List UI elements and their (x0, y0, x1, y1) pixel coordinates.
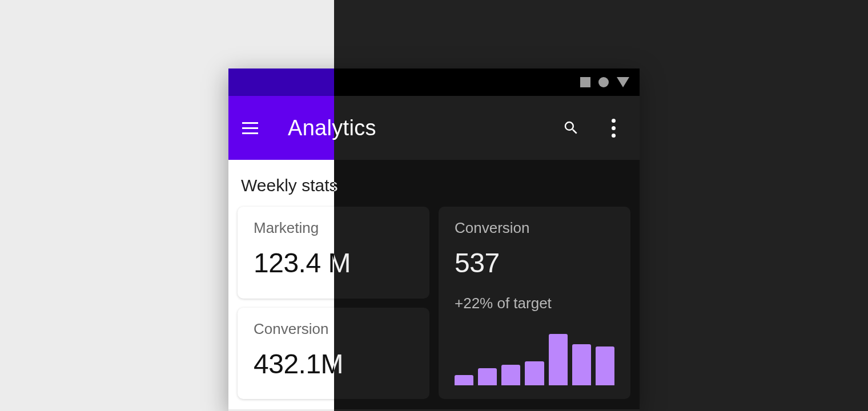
chart-bar (596, 346, 614, 385)
card-label: Conversion (254, 320, 334, 338)
card-conversion[interactable]: Conversion 432.1M (238, 308, 334, 400)
card-label: Conversion (334, 320, 413, 338)
card-label: Marketing (334, 219, 413, 237)
content-area: Weekly stats Marketing 123.4 M Conversio… (228, 160, 334, 409)
card-value: 432.1M (254, 348, 334, 380)
card-marketing[interactable]: Marketing 123.4 M (334, 207, 429, 299)
search-icon[interactable] (560, 116, 582, 139)
card-subtext: +22% of target (455, 295, 614, 312)
overflow-menu-icon[interactable] (602, 116, 625, 139)
chart-bar (549, 334, 568, 385)
app-bar: Analytics (334, 96, 640, 160)
status-square-icon (580, 77, 590, 87)
chart-bar (478, 368, 497, 385)
content-area: Weekly stats Marketing 123.4 M Conversio… (334, 160, 640, 409)
chart-bar (455, 375, 473, 385)
status-triangle-icon (617, 77, 629, 87)
status-bar (228, 68, 334, 96)
section-title: Weekly stats (334, 176, 627, 195)
status-circle-icon (598, 77, 609, 87)
card-value: 432.1M (334, 348, 413, 380)
card-label: Marketing (254, 219, 334, 237)
card-conversion-chart[interactable]: Conversion 537 +22% of target (439, 207, 630, 399)
chart-bar (501, 365, 520, 385)
card-value: 537 (455, 247, 614, 279)
app-bar: Analytics (228, 96, 334, 160)
theme-dark-half: Analytics Weekly stats Marketi (334, 68, 640, 411)
card-value: 123.4 M (334, 247, 413, 279)
section-title: Weekly stats (241, 176, 334, 195)
card-marketing[interactable]: Marketing 123.4 M (238, 207, 334, 299)
card-value: 123.4 M (254, 247, 334, 279)
chart-bar (572, 344, 591, 385)
device-frame: Analytics Weekly stats Marketi (228, 68, 640, 411)
chart-bar (525, 361, 544, 385)
theme-light-half: Analytics Weekly stats Marketi (228, 68, 334, 411)
status-bar (334, 68, 640, 96)
card-conversion[interactable]: Conversion 432.1M (334, 308, 429, 400)
app-title: Analytics (288, 116, 334, 140)
conversion-bar-chart (455, 328, 614, 385)
menu-icon[interactable] (240, 118, 260, 138)
card-label: Conversion (455, 219, 614, 237)
app-title: Analytics (334, 116, 560, 140)
